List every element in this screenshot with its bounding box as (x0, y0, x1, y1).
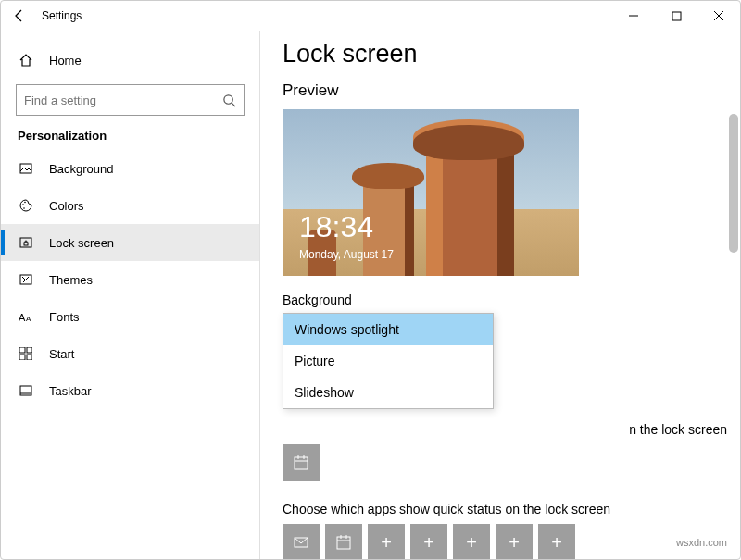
nav-themes[interactable]: Themes (1, 261, 259, 298)
nav-label: Taskbar (49, 384, 92, 398)
nav-lock-screen[interactable]: Lock screen (1, 224, 259, 261)
nav-start[interactable]: Start (1, 335, 259, 372)
quick-status-tiles: + + + + + (283, 524, 718, 559)
search-icon (222, 93, 236, 107)
back-button[interactable] (1, 1, 38, 31)
detailed-status-app-calendar[interactable] (283, 444, 320, 481)
plus-icon: + (466, 532, 477, 554)
svg-text:A: A (19, 312, 26, 323)
settings-window: Settings Home Personalization Background… (0, 0, 741, 560)
mail-icon (292, 533, 310, 552)
back-icon (12, 8, 27, 23)
svg-rect-18 (27, 355, 32, 360)
quick-status-app-mail[interactable] (283, 524, 320, 559)
plus-icon: + (423, 532, 434, 554)
svg-rect-11 (24, 243, 28, 245)
start-icon (18, 347, 34, 360)
nav-taskbar[interactable]: Taskbar (1, 372, 259, 409)
lock-screen-icon (18, 235, 34, 250)
plus-icon: + (381, 532, 392, 554)
preview-heading: Preview (283, 81, 718, 100)
palette-icon (18, 198, 34, 213)
picture-icon (18, 161, 34, 176)
svg-text:A: A (26, 315, 31, 323)
preview-time: 18:34 (299, 210, 373, 244)
close-icon (713, 10, 724, 21)
svg-rect-26 (337, 537, 350, 549)
nav-home-label: Home (49, 54, 82, 68)
svg-point-7 (22, 204, 24, 205)
quick-status-add-slot[interactable]: + (453, 524, 490, 559)
app-title: Settings (42, 9, 82, 22)
detailed-status-text-partial: n the lock screen (283, 422, 727, 437)
nav-label: Start (49, 347, 74, 361)
svg-rect-21 (295, 457, 308, 469)
detailed-status-tiles (283, 444, 718, 481)
svg-point-8 (24, 202, 26, 204)
content-pane: Lock screen Preview 18:34 Monday, August… (260, 31, 740, 559)
dropdown-option-picture[interactable]: Picture (283, 345, 493, 377)
sidebar: Home Personalization Background Colors L… (1, 31, 260, 559)
rock-graphic (426, 142, 514, 276)
close-button[interactable] (697, 1, 740, 31)
quick-status-add-slot[interactable]: + (410, 524, 447, 559)
svg-point-9 (23, 207, 25, 209)
scrollbar-thumb[interactable] (729, 114, 738, 253)
calendar-icon (334, 533, 353, 552)
watermark: wsxdn.com (676, 537, 727, 548)
page-title: Lock screen (283, 40, 718, 68)
nav-label: Themes (49, 273, 93, 287)
calendar-icon (292, 454, 310, 472)
background-label: Background (283, 292, 718, 307)
dropdown-option-spotlight[interactable]: Windows spotlight (283, 314, 493, 345)
maximize-button[interactable] (655, 1, 697, 31)
dropdown-option-slideshow[interactable]: Slideshow (283, 377, 493, 408)
search-box[interactable] (16, 84, 245, 116)
svg-rect-17 (19, 355, 25, 360)
nav-label: Background (49, 162, 113, 176)
nav-label: Colors (49, 199, 84, 213)
plus-icon: + (551, 532, 562, 554)
minimize-icon (628, 10, 639, 21)
maximize-icon (672, 11, 682, 21)
nav-background[interactable]: Background (1, 150, 259, 187)
svg-rect-15 (19, 347, 25, 353)
nav-home[interactable]: Home (1, 42, 259, 79)
quick-status-add-slot[interactable]: + (368, 524, 405, 559)
quick-status-add-slot[interactable]: + (538, 524, 575, 559)
minimize-button[interactable] (612, 1, 655, 31)
nav-label: Lock screen (49, 236, 114, 250)
preview-date: Monday, August 17 (299, 248, 394, 261)
taskbar-icon (18, 383, 34, 398)
plus-icon: + (509, 532, 520, 554)
themes-icon (18, 272, 34, 287)
quick-status-app-calendar[interactable] (325, 524, 362, 559)
nav-label: Fonts (49, 310, 80, 324)
svg-rect-6 (20, 164, 31, 173)
svg-line-5 (232, 103, 235, 106)
quick-status-label: Choose which apps show quick status on t… (283, 502, 718, 516)
search-input[interactable] (24, 93, 222, 107)
sidebar-category: Personalization (1, 129, 259, 150)
lock-screen-preview: 18:34 Monday, August 17 (283, 109, 579, 276)
quick-status-add-slot[interactable]: + (496, 524, 533, 559)
svg-rect-1 (672, 12, 681, 20)
titlebar: Settings (1, 1, 740, 31)
svg-point-4 (224, 94, 232, 103)
home-icon (18, 53, 34, 68)
nav-fonts[interactable]: AA Fonts (1, 298, 259, 335)
nav-colors[interactable]: Colors (1, 187, 259, 224)
background-dropdown[interactable]: Windows spotlight Picture Slideshow (283, 313, 494, 409)
fonts-icon: AA (18, 310, 34, 323)
scrollbar[interactable] (729, 114, 738, 503)
svg-rect-16 (27, 347, 32, 353)
